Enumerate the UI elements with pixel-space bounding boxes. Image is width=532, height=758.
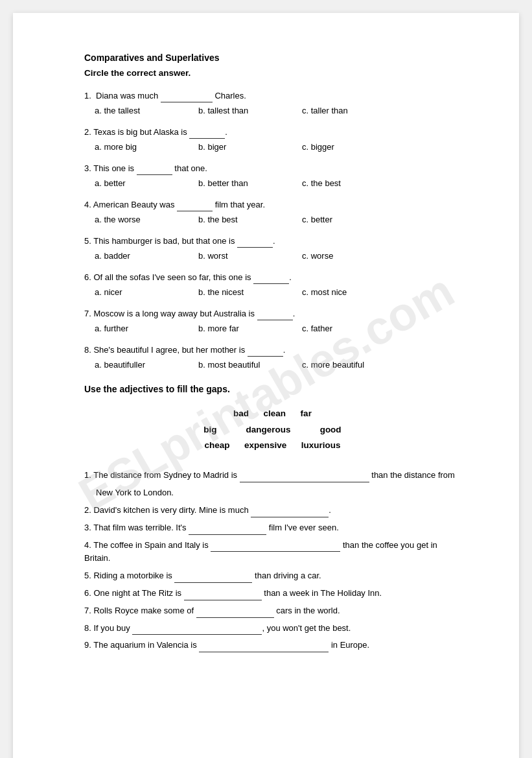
fill-question-2: 2. David's kitchen is very dirty. Mine i… xyxy=(84,504,461,517)
fill-question-8: 8. If you buy , you won't get the best. xyxy=(84,622,461,635)
question-2-options: a. more big b. biger c. bigger xyxy=(95,141,461,154)
question-1-text: 1. Diana was much Charles. xyxy=(84,89,461,102)
q2-option-a: a. more big xyxy=(95,141,198,154)
question-6: 6. Of all the sofas I've seen so far, th… xyxy=(84,271,461,298)
q3-option-c: c. the best xyxy=(302,177,393,190)
q1-option-b: b. tallest than xyxy=(198,104,302,117)
q1-option-c: c. taller than xyxy=(302,104,393,117)
q8-option-c: c. more beautiful xyxy=(302,359,393,372)
question-5-text: 5. This hamburger is bad, but that one i… xyxy=(84,235,461,248)
q2-option-b: b. biger xyxy=(198,141,302,154)
question-4: 4. American Beauty was film that year. a… xyxy=(84,198,461,226)
question-7: 7. Moscow is a long way away but Austral… xyxy=(84,307,461,335)
q5-option-b: b. worst xyxy=(198,250,302,263)
q4-option-b: b. the best xyxy=(198,213,302,226)
fill-question-4: 4. The coffee in Spain and Italy is than… xyxy=(84,539,461,566)
question-6-options: a. nicer b. the nicest c. most nice xyxy=(95,286,461,299)
q6-option-c: c. most nice xyxy=(302,286,393,299)
fill-question-9: 9. The aquarium in Valencia is in Europe… xyxy=(84,639,461,652)
question-8-text: 8. She's beautiful I agree, but her moth… xyxy=(84,344,461,357)
question-3: 3. This one is that one. a. better b. be… xyxy=(84,162,461,189)
question-1-options: a. the tallest b. tallest than c. taller… xyxy=(95,104,461,117)
question-7-options: a. further b. more far c. father xyxy=(95,322,461,335)
fill-question-7: 7. Rolls Royce make some of cars in the … xyxy=(84,604,461,618)
question-2: 2. Texas is big but Alaska is . a. more … xyxy=(84,126,461,153)
word-bank-row-1: bad clean far xyxy=(84,406,461,421)
q3-option-b: b. better than xyxy=(198,177,302,190)
q5-option-a: a. badder xyxy=(95,250,198,263)
question-4-text: 4. American Beauty was film that year. xyxy=(84,198,461,211)
question-7-text: 7. Moscow is a long way away but Austral… xyxy=(84,307,461,320)
fill-question-1-cont: New York to London. xyxy=(96,486,461,500)
question-5: 5. This hamburger is bad, but that one i… xyxy=(84,235,461,262)
fill-question-3: 3. That film was terrible. It's film I'v… xyxy=(84,521,461,535)
q8-option-b: b. most beautiful xyxy=(198,359,302,372)
q7-option-b: b. more far xyxy=(198,322,302,335)
question-1: 1. Diana was much Charles. a. the talles… xyxy=(84,89,461,117)
fill-question-5: 5. Riding a motorbike is than driving a … xyxy=(84,569,461,583)
q5-option-c: c. worse xyxy=(302,250,393,263)
section1-questions: 1. Diana was much Charles. a. the talles… xyxy=(84,89,461,371)
q4-option-a: a. the worse xyxy=(95,213,198,226)
question-8: 8. She's beautiful I agree, but her moth… xyxy=(84,344,461,371)
question-2-text: 2. Texas is big but Alaska is . xyxy=(84,126,461,139)
question-5-options: a. badder b. worst c. worse xyxy=(95,250,461,263)
fill-question-1: 1. The distance from Sydney to Madrid is… xyxy=(84,469,461,482)
section1-title: Comparatives and Superlatives xyxy=(84,52,461,65)
q3-option-a: a. better xyxy=(95,177,198,190)
section1-subtitle: Circle the correct answer. xyxy=(84,67,461,80)
q7-option-c: c. father xyxy=(302,322,393,335)
q6-option-a: a. nicer xyxy=(95,286,198,299)
q6-option-b: b. the nicest xyxy=(198,286,302,299)
q2-option-c: c. bigger xyxy=(302,141,393,154)
question-3-options: a. better b. better than c. the best xyxy=(95,177,461,190)
q8-option-a: a. beautifuller xyxy=(95,359,198,372)
question-3-text: 3. This one is that one. xyxy=(84,162,461,175)
fill-question-6: 6. One night at The Ritz is than a week … xyxy=(84,587,461,600)
q7-option-a: a. further xyxy=(95,322,198,335)
section2-title: Use the adjectives to fill the gaps. xyxy=(84,384,461,394)
question-8-options: a. beautifuller b. most beautiful c. mor… xyxy=(95,359,461,372)
word-bank: bad clean far big dangerous good cheap e… xyxy=(84,406,461,453)
worksheet-page: ESLprintables.com Comparatives and Super… xyxy=(13,13,519,758)
question-4-options: a. the worse b. the best c. better xyxy=(95,213,461,226)
question-6-text: 6. Of all the sofas I've seen so far, th… xyxy=(84,271,461,284)
q4-option-c: c. better xyxy=(302,213,393,226)
q1-option-a: a. the tallest xyxy=(95,104,198,117)
section2-questions: 1. The distance from Sydney to Madrid is… xyxy=(84,469,461,652)
word-bank-row-3: cheap expensive luxurious xyxy=(84,438,461,453)
word-bank-row-2: big dangerous good xyxy=(84,422,461,438)
